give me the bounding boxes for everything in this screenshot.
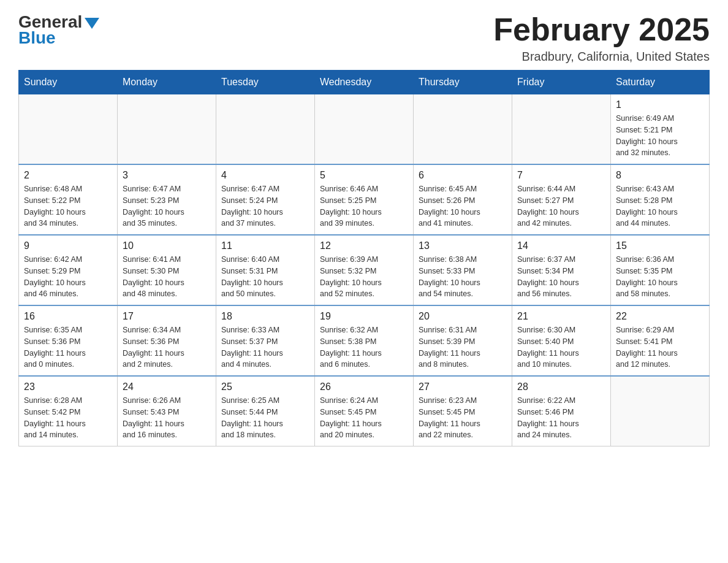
day-number: 21 (517, 311, 605, 322)
calendar-week-row: 9Sunrise: 6:42 AMSunset: 5:29 PMDaylight… (19, 235, 710, 305)
logo-arrow-icon (85, 18, 99, 29)
calendar-header-thursday: Thursday (414, 71, 512, 94)
calendar-day-cell: 23Sunrise: 6:28 AMSunset: 5:42 PMDayligh… (19, 376, 118, 446)
day-number: 11 (221, 240, 309, 251)
day-number: 17 (123, 311, 211, 322)
calendar-day-cell: 18Sunrise: 6:33 AMSunset: 5:37 PMDayligh… (216, 305, 315, 376)
calendar-day-cell: 28Sunrise: 6:22 AMSunset: 5:46 PMDayligh… (512, 376, 611, 446)
month-title: February 2025 (493, 12, 710, 47)
calendar-day-cell: 24Sunrise: 6:26 AMSunset: 5:43 PMDayligh… (118, 376, 216, 446)
calendar-day-cell: 17Sunrise: 6:34 AMSunset: 5:36 PMDayligh… (118, 305, 216, 376)
day-info: Sunrise: 6:47 AMSunset: 5:24 PMDaylight:… (221, 183, 309, 229)
day-info: Sunrise: 6:23 AMSunset: 5:45 PMDaylight:… (419, 395, 507, 441)
day-number: 28 (517, 381, 605, 393)
day-number: 18 (221, 311, 309, 322)
calendar-day-cell: 8Sunrise: 6:43 AMSunset: 5:28 PMDaylight… (611, 164, 710, 235)
calendar-day-cell (315, 94, 414, 165)
calendar-day-cell (19, 94, 118, 165)
day-info: Sunrise: 6:34 AMSunset: 5:36 PMDaylight:… (123, 324, 211, 370)
calendar-day-cell: 16Sunrise: 6:35 AMSunset: 5:36 PMDayligh… (19, 305, 118, 376)
calendar-day-cell: 2Sunrise: 6:48 AMSunset: 5:22 PMDaylight… (19, 164, 118, 235)
calendar-header-wednesday: Wednesday (315, 71, 414, 94)
calendar-day-cell: 5Sunrise: 6:46 AMSunset: 5:25 PMDaylight… (315, 164, 414, 235)
calendar-day-cell: 19Sunrise: 6:32 AMSunset: 5:38 PMDayligh… (315, 305, 414, 376)
day-info: Sunrise: 6:47 AMSunset: 5:23 PMDaylight:… (123, 183, 211, 229)
calendar-day-cell (512, 94, 611, 165)
day-info: Sunrise: 6:26 AMSunset: 5:43 PMDaylight:… (123, 395, 211, 441)
calendar-day-cell (611, 376, 710, 446)
calendar-day-cell (414, 94, 512, 165)
day-number: 3 (123, 170, 211, 181)
calendar-day-cell (216, 94, 315, 165)
calendar-day-cell: 26Sunrise: 6:24 AMSunset: 5:45 PMDayligh… (315, 376, 414, 446)
day-info: Sunrise: 6:36 AMSunset: 5:35 PMDaylight:… (616, 254, 704, 300)
calendar-header-monday: Monday (118, 71, 216, 94)
day-info: Sunrise: 6:46 AMSunset: 5:25 PMDaylight:… (320, 183, 408, 229)
day-number: 14 (517, 240, 605, 251)
calendar-day-cell: 13Sunrise: 6:38 AMSunset: 5:33 PMDayligh… (414, 235, 512, 305)
calendar-day-cell: 14Sunrise: 6:37 AMSunset: 5:34 PMDayligh… (512, 235, 611, 305)
day-info: Sunrise: 6:33 AMSunset: 5:37 PMDaylight:… (221, 324, 309, 370)
day-info: Sunrise: 6:30 AMSunset: 5:40 PMDaylight:… (517, 324, 605, 370)
title-block: February 2025 Bradbury, California, Unit… (493, 12, 710, 64)
day-info: Sunrise: 6:49 AMSunset: 5:21 PMDaylight:… (616, 113, 704, 159)
location-label: Bradbury, California, United States (493, 50, 710, 64)
calendar-day-cell: 12Sunrise: 6:39 AMSunset: 5:32 PMDayligh… (315, 235, 414, 305)
day-number: 9 (24, 240, 112, 251)
calendar-header-saturday: Saturday (611, 71, 710, 94)
calendar-day-cell (118, 94, 216, 165)
day-info: Sunrise: 6:35 AMSunset: 5:36 PMDaylight:… (24, 324, 112, 370)
calendar-header-tuesday: Tuesday (216, 71, 315, 94)
day-info: Sunrise: 6:48 AMSunset: 5:22 PMDaylight:… (24, 183, 112, 229)
calendar-week-row: 2Sunrise: 6:48 AMSunset: 5:22 PMDaylight… (19, 164, 710, 235)
day-info: Sunrise: 6:45 AMSunset: 5:26 PMDaylight:… (419, 183, 507, 229)
day-number: 5 (320, 170, 408, 181)
day-number: 4 (221, 170, 309, 181)
logo-blue-text: Blue (18, 28, 56, 48)
calendar-day-cell: 25Sunrise: 6:25 AMSunset: 5:44 PMDayligh… (216, 376, 315, 446)
day-number: 2 (24, 170, 112, 181)
day-number: 26 (320, 381, 408, 393)
day-info: Sunrise: 6:39 AMSunset: 5:32 PMDaylight:… (320, 254, 408, 300)
day-number: 6 (419, 170, 507, 181)
calendar-header-friday: Friday (512, 71, 611, 94)
day-number: 8 (616, 170, 704, 181)
day-info: Sunrise: 6:43 AMSunset: 5:28 PMDaylight:… (616, 183, 704, 229)
calendar-day-cell: 20Sunrise: 6:31 AMSunset: 5:39 PMDayligh… (414, 305, 512, 376)
calendar-day-cell: 9Sunrise: 6:42 AMSunset: 5:29 PMDaylight… (19, 235, 118, 305)
day-info: Sunrise: 6:41 AMSunset: 5:30 PMDaylight:… (123, 254, 211, 300)
calendar-day-cell: 7Sunrise: 6:44 AMSunset: 5:27 PMDaylight… (512, 164, 611, 235)
calendar-header-sunday: Sunday (19, 71, 118, 94)
day-info: Sunrise: 6:28 AMSunset: 5:42 PMDaylight:… (24, 395, 112, 441)
calendar-week-row: 1Sunrise: 6:49 AMSunset: 5:21 PMDaylight… (19, 94, 710, 165)
day-number: 1 (616, 99, 704, 110)
calendar-day-cell: 3Sunrise: 6:47 AMSunset: 5:23 PMDaylight… (118, 164, 216, 235)
calendar-day-cell: 15Sunrise: 6:36 AMSunset: 5:35 PMDayligh… (611, 235, 710, 305)
day-info: Sunrise: 6:29 AMSunset: 5:41 PMDaylight:… (616, 324, 704, 370)
day-info: Sunrise: 6:42 AMSunset: 5:29 PMDaylight:… (24, 254, 112, 300)
calendar-day-cell: 22Sunrise: 6:29 AMSunset: 5:41 PMDayligh… (611, 305, 710, 376)
day-number: 19 (320, 311, 408, 322)
day-number: 13 (419, 240, 507, 251)
calendar-day-cell: 10Sunrise: 6:41 AMSunset: 5:30 PMDayligh… (118, 235, 216, 305)
calendar-day-cell: 4Sunrise: 6:47 AMSunset: 5:24 PMDaylight… (216, 164, 315, 235)
calendar-week-row: 23Sunrise: 6:28 AMSunset: 5:42 PMDayligh… (19, 376, 710, 446)
day-info: Sunrise: 6:32 AMSunset: 5:38 PMDaylight:… (320, 324, 408, 370)
day-number: 20 (419, 311, 507, 322)
day-number: 12 (320, 240, 408, 251)
day-info: Sunrise: 6:40 AMSunset: 5:31 PMDaylight:… (221, 254, 309, 300)
day-number: 16 (24, 311, 112, 322)
day-number: 10 (123, 240, 211, 251)
day-number: 24 (123, 381, 211, 393)
calendar-day-cell: 6Sunrise: 6:45 AMSunset: 5:26 PMDaylight… (414, 164, 512, 235)
calendar-day-cell: 1Sunrise: 6:49 AMSunset: 5:21 PMDaylight… (611, 94, 710, 165)
page-header: General Blue February 2025 Bradbury, Cal… (18, 12, 710, 64)
day-number: 25 (221, 381, 309, 393)
calendar-day-cell: 27Sunrise: 6:23 AMSunset: 5:45 PMDayligh… (414, 376, 512, 446)
day-number: 7 (517, 170, 605, 181)
calendar-table: SundayMondayTuesdayWednesdayThursdayFrid… (18, 70, 710, 446)
day-info: Sunrise: 6:31 AMSunset: 5:39 PMDaylight:… (419, 324, 507, 370)
day-info: Sunrise: 6:37 AMSunset: 5:34 PMDaylight:… (517, 254, 605, 300)
day-info: Sunrise: 6:22 AMSunset: 5:46 PMDaylight:… (517, 395, 605, 441)
logo: General Blue (18, 12, 99, 48)
